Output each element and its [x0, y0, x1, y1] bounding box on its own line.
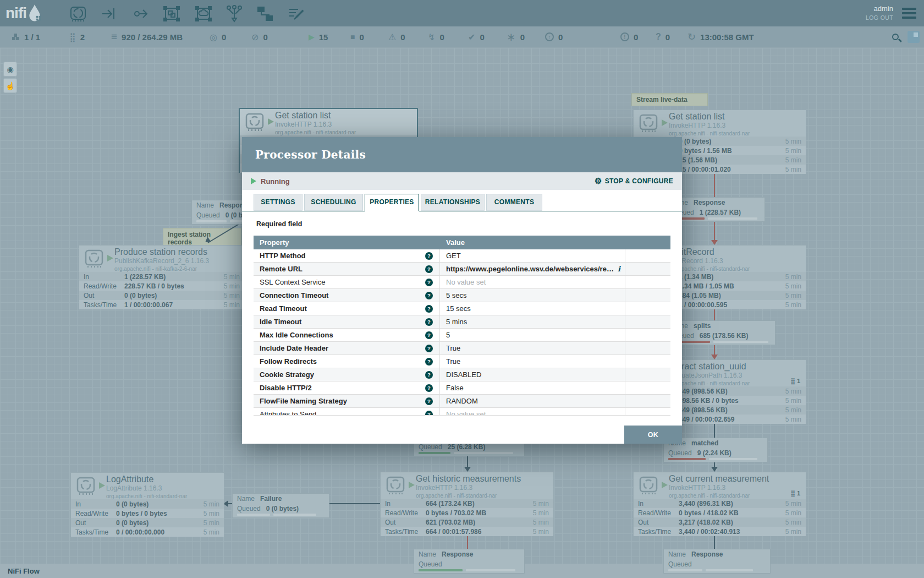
connection-name: Response — [691, 550, 723, 558]
tab-relationships[interactable]: RELATIONSHIPS — [421, 194, 485, 211]
help-icon[interactable]: ? — [425, 305, 433, 313]
nifi-logo: nifi — [6, 4, 43, 23]
property-value: True — [440, 342, 625, 355]
help-icon[interactable]: ? — [425, 265, 433, 273]
connection-queued: 9 (2.24 KB) — [697, 449, 732, 457]
stat-window: 5 min — [785, 282, 801, 290]
stop-and-configure-button[interactable]: ⚙ STOP & CONFIGURE — [595, 176, 673, 186]
help-icon[interactable]: ? — [425, 318, 433, 326]
stat-label: Read/Write — [75, 510, 116, 517]
dot-circle-icon: ◉ — [7, 65, 13, 74]
template-tool-icon[interactable] — [256, 4, 274, 23]
stopped-count: 0 — [359, 32, 364, 42]
connection-failure[interactable]: NameFailure Queued0 (0 bytes) — [232, 493, 329, 518]
processor-get-current-measurement[interactable]: Get current measurement InvokeHTTP 1.16.… — [633, 472, 806, 536]
connection-response-3[interactable]: NameResponse Queued — [414, 549, 525, 574]
stat-out: 849 (898.56 KB) — [679, 406, 785, 414]
connection-name: Response — [694, 199, 725, 206]
property-value: 15 secs — [440, 302, 625, 315]
property-row: Disable HTTP/2? False — [254, 381, 670, 395]
global-menu-icon[interactable] — [902, 8, 916, 19]
stat-label: Tasks/Time — [84, 301, 124, 309]
hand-tool-button[interactable]: ☝ — [3, 78, 17, 93]
search-icon[interactable] — [892, 34, 899, 40]
target-tool-button[interactable]: ◉ — [3, 62, 17, 77]
input-port-tool-icon[interactable] — [100, 4, 118, 23]
refresh-icon[interactable]: ↻ — [688, 31, 696, 43]
processor-get-historic-measurements[interactable]: Get historic measurements InvokeHTTP 1.1… — [380, 472, 554, 536]
property-value: DISABLED — [440, 368, 625, 381]
transmitting-count: 0 — [222, 32, 226, 42]
tab-settings[interactable]: SETTINGS — [254, 194, 302, 211]
running-count: 15 — [319, 32, 328, 42]
processor-log-attribute[interactable]: LogAttribute LogAttribute 1.16.3 org.apa… — [70, 472, 224, 536]
output-port-tool-icon[interactable] — [131, 4, 150, 23]
ok-button[interactable]: OK — [624, 426, 682, 444]
help-icon[interactable]: ? — [425, 252, 433, 260]
connection-name: splits — [694, 322, 711, 330]
tab-properties[interactable]: PROPERTIES — [365, 194, 419, 211]
property-value: No value set — [440, 276, 625, 288]
tab-scheduling[interactable]: SCHEDULING — [304, 194, 363, 211]
help-icon[interactable]: ? — [425, 345, 433, 352]
breadcrumb[interactable]: NiFi Flow — [8, 567, 40, 575]
property-name: Remote URL — [260, 265, 302, 273]
disabled-count: 0 — [439, 32, 444, 42]
stat-window: 5 min — [785, 301, 801, 309]
help-icon[interactable]: ? — [425, 292, 433, 299]
processor-produce-station-records[interactable]: Produce station records PublishKafkaReco… — [79, 245, 245, 309]
property-name: Read Timeout — [260, 304, 307, 313]
help-icon[interactable]: ? — [425, 411, 433, 416]
stat-readwrite: 228.57 KB / 0 bytes — [124, 282, 224, 290]
processor-bundle: org.apache.nifi - nifi-standard-nar — [275, 129, 356, 136]
help-icon[interactable]: ? — [425, 331, 433, 339]
processor-icon — [639, 114, 658, 135]
panel-toggle-icon[interactable] — [908, 31, 920, 43]
run-status-icon — [99, 482, 105, 489]
info-icon[interactable]: i — [618, 265, 620, 273]
column-value: Value — [440, 238, 465, 247]
canvas-label[interactable]: Stream live-data — [631, 93, 708, 106]
help-icon[interactable]: ? — [425, 279, 433, 286]
hand-pointer-icon: ☝ — [6, 81, 15, 90]
help-icon[interactable]: ? — [425, 371, 433, 379]
stat-in: 1 (228.57 KB) — [124, 273, 224, 281]
help-icon[interactable]: ? — [425, 358, 433, 366]
logout-link[interactable]: LOG OUT — [866, 14, 893, 21]
process-group-tool-icon[interactable] — [162, 4, 181, 23]
property-name: Max Idle Connections — [260, 331, 333, 339]
label-tool-icon[interactable] — [287, 4, 305, 23]
property-row: HTTP Method? GET — [254, 249, 670, 263]
disabled-icon: ↯ — [428, 32, 435, 42]
property-value: No value set — [440, 408, 625, 416]
locally-modified-count: 0 — [520, 32, 525, 42]
processor-name: Get current measurement — [669, 474, 769, 484]
property-row: Include Date Header? True — [254, 342, 670, 355]
stat-tasks: 1 / 00:00:00.595 — [679, 301, 785, 309]
stat-label: Out — [385, 519, 426, 526]
stat-label: Read/Write — [638, 509, 679, 517]
last-refresh-time: 13:00:58 GMT — [700, 32, 754, 42]
help-icon[interactable]: ? — [425, 384, 433, 392]
tab-comments[interactable]: COMMENTS — [486, 194, 542, 211]
remote-process-group-tool-icon[interactable] — [194, 4, 213, 23]
stat-out: 0 (0 bytes) — [124, 292, 224, 299]
processor-bundle: org.apache.nifi - nifi-kafka-2-6-nar — [114, 265, 209, 272]
stat-tasks: 15 / 00:00:01.020 — [679, 166, 785, 173]
stat-label: In — [75, 500, 116, 508]
processor-type: InvokeHTTP 1.16.3 — [669, 122, 750, 130]
up-to-date-count: 0 — [480, 32, 484, 42]
processor-tool-icon[interactable] — [69, 4, 87, 23]
stat-window: 5 min — [785, 509, 801, 517]
connection-response-4[interactable]: NameResponse Queued — [663, 549, 771, 574]
stat-out: 684 (1.05 MB) — [679, 292, 785, 299]
funnel-tool-icon[interactable] — [225, 4, 244, 23]
stat-in: 1 (1.34 MB) — [679, 273, 785, 281]
help-icon[interactable]: ? — [425, 397, 433, 405]
stat-in: 0 (0 bytes) — [116, 500, 204, 508]
connection-splits[interactable]: Namesplits Queued685 (178.56 KB) — [666, 320, 776, 345]
stat-in: 3,440 (896.31 KB) — [679, 500, 785, 508]
properties-table-header: Property Value — [254, 236, 670, 249]
stat-window: 5 min — [785, 273, 801, 281]
connection-queued-word: Queued — [419, 560, 442, 568]
